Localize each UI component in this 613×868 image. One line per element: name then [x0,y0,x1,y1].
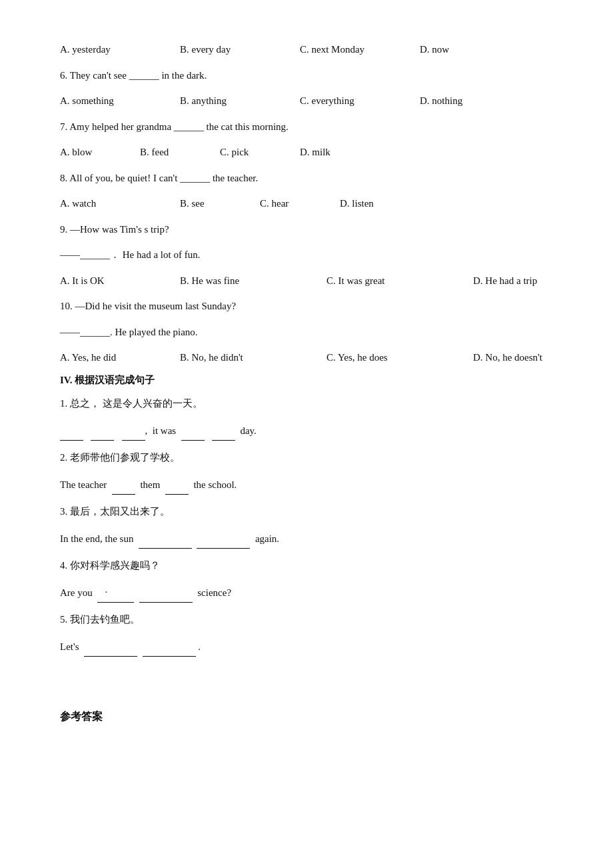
iv-q2-zh: 2. 老师带他们参观了学校。 [60,447,553,467]
iv-q2-blank1 [112,474,135,495]
iv-q2-en: The teacher them the school. [60,474,553,495]
answer-section-title: 参考答案 [60,710,553,724]
q8-option-c: C. hear [260,194,340,213]
q10-stem2: ——______. He played the piano. [60,323,553,342]
q8-option-b: B. see [180,194,260,213]
q7-stem: 7. Amy helped her grandma ______ the cat… [60,117,553,137]
q10-option-b: B. No, he didn't [180,348,326,367]
iv-q5-blank2 [143,636,196,657]
iv-q3-en: In the end, the sun again. [60,528,553,549]
iv-q1-blank1 [60,420,83,441]
q9-option-a: A. It is OK [60,271,180,291]
q10-option-a: A. Yes, he did [60,348,180,367]
q5-option-a: A. yesterday [60,40,180,59]
q5-option-c: C. next Monday [300,40,420,59]
q8-option-a: A. watch [60,194,180,213]
q6-option-d: D. nothing [420,91,540,111]
q6-stem: 6. They can't see ______ in the dark. [60,66,553,85]
iv-q1-blank5 [212,420,235,441]
iv-q4-en: Are you · science? [60,582,553,603]
q7-options: A. blow B. feed C. pick D. milk [60,143,553,162]
page: A. yesterday B. every day C. next Monday… [0,0,613,868]
q9-option-c: C. It was great [326,271,473,291]
iv-q2-teacher: The teacher [60,479,107,490]
iv-q3-blank2 [197,528,250,549]
iv-q1-blank2 [91,420,114,441]
q5-options: A. yesterday B. every day C. next Monday… [60,40,553,59]
q9-options: A. It is OK B. He was fine C. It was gre… [60,271,553,291]
iv-q4-areyou: Are you [60,587,93,598]
q8-option-d: D. listen [340,194,460,213]
iv-q1-it-was: it was [153,425,176,436]
q10-option-c: C. Yes, he does [326,348,473,367]
q5-option-d: D. now [420,40,540,59]
iv-q4-science: science? [197,587,231,598]
iv-q4-blank2 [139,582,193,603]
iv-q3-intro: In the end, the sun [60,533,133,544]
iv-q2-school: the school. [193,479,237,490]
q5-option-b: B. every day [180,40,300,59]
q10-stem1: 10. —Did he visit the museum last Sunday… [60,297,553,316]
q6-option-a: A. something [60,91,180,111]
section4-title: IV. 根据汉语完成句子 [60,374,553,387]
iv-q4-zh: 4. 你对科学感兴趣吗？ [60,555,553,575]
q6-option-b: B. anything [180,91,300,111]
q8-stem: 8. All of you, be quiet! I can't ______ … [60,169,553,188]
q9-option-d: D. He had a trip [473,271,593,291]
iv-q2-them: them [140,479,160,490]
iv-q5-lets: Let's [60,641,79,652]
q8-options: A. watch B. see C. hear D. listen [60,194,553,213]
iv-q5-blank1 [84,636,137,657]
iv-q1-day: day. [240,425,256,436]
iv-q1-blank4 [181,420,205,441]
q9-stem2: ——______． He had a lot of fun. [60,245,553,265]
iv-q5-period: . [198,641,201,652]
iv-q1-zh: 1. 总之， 这是令人兴奋的一天。 [60,393,553,413]
iv-q3-again: again. [255,533,279,544]
iv-q3-blank1 [139,528,192,549]
q7-option-b: B. feed [140,143,220,162]
iv-q5-en: Let's . [60,636,553,657]
iv-q1-blank3 [122,420,145,441]
q6-option-c: C. everything [300,91,420,111]
q7-option-d: D. milk [300,143,420,162]
iv-q3-zh: 3. 最后，太阳又出来了。 [60,501,553,521]
q10-option-d: D. No, he doesn't [473,348,593,367]
iv-q2-blank2 [165,474,189,495]
q9-stem1: 9. —How was Tim's s trip? [60,220,553,239]
iv-q4-blank1: · [97,582,134,603]
iv-q5-zh: 5. 我们去钓鱼吧。 [60,609,553,629]
q6-options: A. something B. anything C. everything D… [60,91,553,111]
iv-q1-en: , it was day. [60,420,553,441]
q7-option-c: C. pick [220,143,300,162]
q7-option-a: A. blow [60,143,140,162]
q9-option-b: B. He was fine [180,271,326,291]
q10-options: A. Yes, he did B. No, he didn't C. Yes, … [60,348,553,367]
